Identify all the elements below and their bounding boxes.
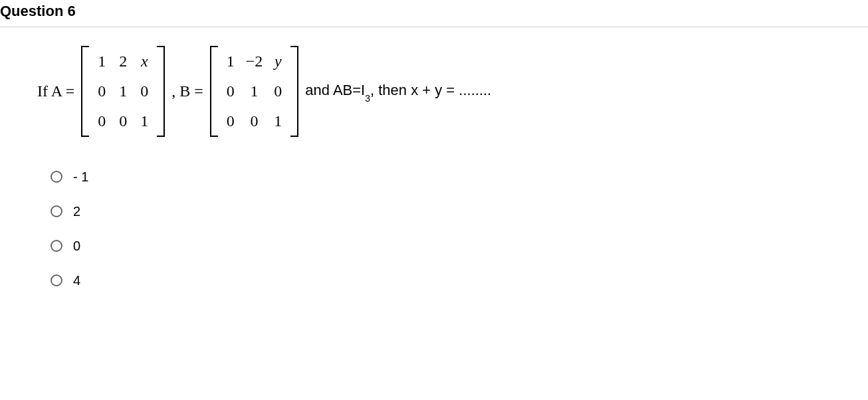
matrix-b: 1 −2 y 0 1 0 0 0 1 (210, 46, 299, 137)
matrix-b-cell: y (272, 52, 284, 70)
matrix-b-cell: −2 (246, 52, 263, 70)
comma-b-label: , B = (171, 82, 203, 100)
matrix-b-cell: 0 (246, 112, 263, 130)
radio-icon (51, 274, 62, 286)
option-2[interactable]: 2 (51, 194, 868, 229)
matrix-a-cell: 0 (96, 82, 108, 100)
matrix-b-cell: 0 (225, 112, 237, 130)
matrix-a-cell: 1 (117, 82, 129, 100)
matrix-b-cell: 0 (225, 82, 237, 100)
matrix-b-cell: 1 (246, 82, 263, 100)
question-header: Question 6 (0, 0, 868, 27)
matrix-b-cell: 1 (225, 52, 237, 70)
option-minus-1[interactable]: - 1 (51, 159, 868, 194)
options-list: - 1 2 0 4 (37, 159, 868, 298)
matrix-a-cell: 1 (96, 52, 108, 70)
radio-icon (51, 171, 62, 183)
option-4[interactable]: 4 (51, 263, 868, 298)
question-body: If A = 1 2 x 0 1 0 0 0 1 , B = 1 −2 y (0, 46, 868, 298)
if-a-label: If A = (37, 82, 74, 100)
matrix-a-cell: 1 (138, 112, 150, 130)
matrix-a-cell: 2 (117, 52, 129, 70)
option-label: 4 (73, 273, 80, 288)
matrix-a-cell: 0 (138, 82, 150, 100)
radio-icon (51, 205, 62, 217)
option-label: 2 (73, 204, 80, 219)
matrix-b-cell: 0 (272, 82, 284, 100)
and-ab-label: and AB=I3, then x + y = ........ (305, 82, 491, 100)
option-0[interactable]: 0 (51, 229, 868, 263)
matrix-a-cell: 0 (96, 112, 108, 130)
matrix-a: 1 2 x 0 1 0 0 0 1 (81, 46, 165, 137)
option-label: 0 (73, 239, 80, 254)
matrix-a-cell: x (138, 52, 150, 70)
option-label: - 1 (73, 169, 88, 185)
problem-statement: If A = 1 2 x 0 1 0 0 0 1 , B = 1 −2 y (37, 46, 868, 137)
radio-icon (51, 240, 62, 252)
matrix-b-cell: 1 (272, 112, 284, 130)
matrix-a-cell: 0 (117, 112, 129, 130)
